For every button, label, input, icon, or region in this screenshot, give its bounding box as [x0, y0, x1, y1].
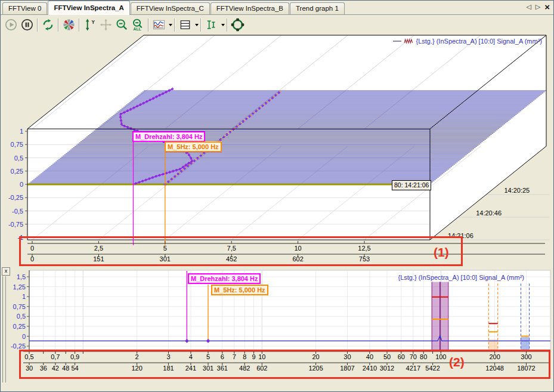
toolbar-separator — [200, 18, 202, 32]
tab-trend-graph-1[interactable]: Trend graph 1 — [290, 2, 345, 14]
fit-y-axis-button[interactable]: Y — [82, 17, 98, 33]
axis-tick-label: 753 — [359, 255, 370, 263]
axis-tick-label: -0,25 — [11, 342, 26, 350]
axis-tick-label: 7 — [233, 353, 236, 360]
axis-tick-label: -0,25 — [8, 194, 23, 201]
axis-tick-label: 5 — [206, 353, 210, 360]
legend-signal-name: {Lstg.} (InSpectra_A) [10:0] Signal_A (m… — [398, 274, 524, 281]
axis-tick-label: 1 — [20, 128, 23, 135]
axis-tick-label: 1,25 — [13, 283, 26, 291]
axis-tick-label: 452 — [226, 255, 237, 263]
axis-tick-label: 151 — [93, 255, 104, 263]
legend-signal-name: {Lstg.} (InSpectra_A) [10:0] Signal_A (m… — [416, 38, 542, 45]
axis-tick-label: 100 — [435, 353, 446, 360]
axis-tick-label: 1205 — [308, 365, 323, 372]
axis-tick-label: 0 — [22, 333, 26, 340]
axis-tick-label: 48 — [62, 365, 69, 372]
spectrum-plot[interactable]: 1,51,2510,750,50,250-0,250,50,70,9234567… — [1, 267, 554, 392]
tab-scroll-left-icon[interactable]: ◁ — [526, 3, 531, 11]
axis-tick-label: 9 — [252, 353, 256, 360]
axis-tick-label: 0,5 — [14, 155, 23, 162]
tab-fftview-inspectra-c[interactable]: FFTView InSpectra_C — [131, 2, 210, 14]
zoom-out-button[interactable] — [114, 17, 130, 33]
axis-tick-label: 60 — [398, 353, 405, 360]
refresh-icon — [41, 18, 55, 32]
rotate-3d-icon — [231, 18, 244, 32]
axis-tick-label: 301 — [160, 255, 171, 263]
time-label: 14:21:06 — [448, 232, 473, 239]
axis-tick-label: 18072 — [517, 365, 536, 372]
axis-tick-label: 30 — [343, 353, 351, 360]
zoom-out-all-button[interactable]: ALL — [130, 17, 146, 33]
tab-scroll-right-icon[interactable]: ▷ — [536, 3, 540, 11]
trace-tooltip: 80: 14:21:06 — [392, 180, 431, 190]
rotate-3d-button[interactable] — [230, 17, 246, 33]
marker-label-drehzahl[interactable]: M_Drehzahl: 3,804 Hz — [132, 131, 205, 142]
zoom-out-icon — [115, 18, 129, 32]
axis-tick-label: 54 — [71, 365, 78, 372]
axis-tick-label: 241 — [185, 365, 196, 372]
layout-rows-dropdown-icon[interactable] — [195, 24, 199, 26]
svg-text:ALL: ALL — [134, 27, 141, 31]
axis-tick-label: 10 — [258, 353, 265, 360]
tab-fftview-inspectra-b[interactable]: FFTView InSpectra_B — [211, 2, 289, 14]
pan-icon — [99, 18, 113, 32]
axis-tick-label: 42 — [52, 365, 59, 372]
toolbar-separator — [174, 18, 175, 32]
axis-tick-label: 0 — [30, 255, 34, 263]
axis-tick-label: 7,5 — [227, 245, 236, 252]
signal-curves-button[interactable] — [151, 17, 167, 33]
axis-tick-label: 361 — [217, 365, 228, 372]
axis-tick-label: 80 — [420, 353, 427, 360]
axis-tick-label: 3 — [166, 353, 170, 360]
marker-label-drehzahl[interactable]: M_Drehzahl: 3,804 Hz — [188, 273, 261, 284]
marker-label-5hz[interactable]: M_5Hz: 5,000 Hz — [211, 285, 268, 295]
axis-tick-label: 70 — [410, 353, 417, 360]
axis-tick-label: 0,5 — [24, 353, 33, 360]
color-wheel-button[interactable] — [61, 17, 77, 33]
axis-tick-label: 200 — [489, 353, 500, 360]
axis-tick-label: 4217 — [406, 365, 420, 372]
tab-nav: ◁ ▷ × — [526, 3, 550, 11]
zoom-out-all-icon: ALL — [131, 18, 145, 32]
markers-dropdown-icon[interactable] — [221, 24, 225, 26]
axis-tick-label: 1 — [22, 293, 26, 300]
play-icon — [4, 18, 18, 32]
fft-view-window: FFTView 0FFTView InSpectra_AFFTView InSp… — [0, 0, 554, 392]
axis-tick-label: 3012 — [380, 365, 394, 372]
toolbar-separator — [148, 18, 149, 32]
waterfall-legend[interactable]: {Lstg.} (InSpectra_A) [10:0] Signal_A (m… — [393, 38, 542, 45]
layout-rows-button[interactable] — [177, 17, 193, 33]
tab-fftview-0[interactable]: FFTView 0 — [2, 2, 47, 14]
legend-line-sample — [393, 41, 401, 42]
axis-tick-label: 4 — [189, 353, 193, 360]
axis-tick-label: 602 — [292, 255, 303, 263]
toolbar-separator — [79, 18, 80, 32]
pane-splitter[interactable] — [2, 276, 6, 382]
axis-tick-label: 12048 — [485, 365, 504, 372]
layout-rows-icon — [178, 18, 192, 32]
spectrum-legend[interactable]: {Lstg.} (InSpectra_A) [10:0] Signal_A (m… — [398, 274, 524, 281]
refresh-button[interactable] — [40, 17, 56, 33]
marker-label-5hz[interactable]: M_5Hz: 5,000 Hz — [165, 141, 222, 152]
markers-button[interactable] — [203, 17, 219, 33]
axis-tick-label: 300 — [521, 353, 531, 360]
axis-tick-label: -1 — [17, 234, 23, 241]
axis-tick-label: 2 — [135, 353, 139, 360]
axis-tick-label: 6 — [221, 353, 224, 360]
toolbar-separator — [58, 18, 59, 32]
axis-tick-label: 602 — [256, 365, 267, 372]
axis-tick-label: 0,9 — [70, 353, 79, 360]
axis-tick-label: 5 — [163, 245, 167, 252]
axis-tick-label: 120 — [131, 365, 142, 372]
axis-tick-label: 0,7 — [51, 353, 60, 360]
close-tab-icon[interactable]: × — [544, 4, 550, 11]
signal-curves-dropdown-icon[interactable] — [169, 24, 172, 26]
axis-tick-label: 12,5 — [358, 245, 370, 252]
axis-tick-label: 1,5 — [17, 273, 26, 280]
tab-fftview-inspectra-a[interactable]: FFTView InSpectra_A — [48, 1, 129, 15]
axis-tick-label: 0 — [20, 181, 23, 188]
pause-button[interactable] — [19, 17, 35, 33]
close-pane-icon[interactable]: x — [2, 267, 10, 276]
waterfall-plot[interactable]: 14:20:2514:20:4614:21:0610,750,50,250-0,… — [1, 35, 554, 267]
